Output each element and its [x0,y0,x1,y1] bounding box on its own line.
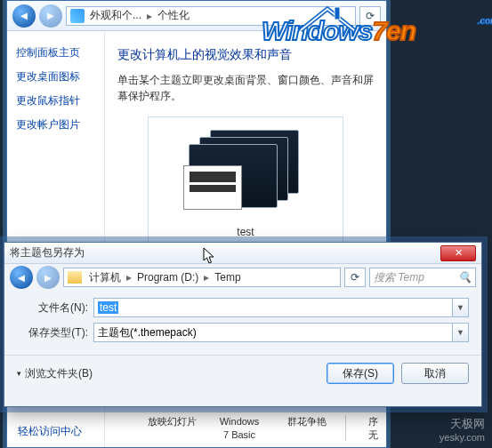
save-as-dialog: 将主题包另存为 ✕ ◄ ► 计算机 ▸ Program (D:) ▸ Temp … [4,242,482,407]
nav-back-button[interactable]: ◄ [12,4,36,28]
sidebar-change-account-picture[interactable]: 更改帐户图片 [16,117,95,132]
theme-name-label: test [157,226,334,238]
dialog-search-input[interactable]: 搜索 Temp 🔍 [369,268,476,287]
dialog-nav-forward[interactable]: ► [36,266,60,289]
path-drive[interactable]: Program (D:) [137,271,198,284]
search-icon: 🔍 [458,271,472,284]
chevron-right-icon: ▸ [126,271,132,284]
sidebar-change-desktop-icons[interactable]: 更改桌面图标 [16,69,95,84]
dialog-title-text: 将主题包另存为 [10,245,85,260]
chevron-down-icon: ▾ [17,369,21,378]
yesky-watermark: 天极网 yesky.com [440,416,485,443]
theme-thumbnail[interactable] [183,130,308,219]
folder-icon [68,271,82,284]
filetype-select[interactable]: 主题包(*.themepack) [93,323,453,342]
breadcrumb-level2[interactable]: 个性化 [157,8,190,23]
path-folder[interactable]: Temp [214,271,240,284]
ease-of-access-link[interactable]: 轻松访问中心 [18,424,82,439]
dialog-address-bar[interactable]: 计算机 ▸ Program (D:) ▸ Temp [63,268,341,287]
screensaver-cell[interactable]: 序无 [355,415,391,441]
search-placeholder: 搜索 Temp [374,270,424,285]
filename-label: 文件名(N): [17,300,88,316]
filetype-label: 保存类型(T): [17,325,88,340]
filetype-dropdown[interactable]: ▼ [453,323,469,342]
refresh-button[interactable]: ⟳ [359,6,381,26]
dialog-nav-back[interactable]: ◄ [10,266,33,289]
cancel-button[interactable]: 取消 [401,363,469,384]
window-color-cell[interactable]: Windows7 Basic [210,415,269,441]
close-button[interactable]: ✕ [440,245,476,261]
slideshow-cell[interactable]: 放映幻灯片 [142,415,201,441]
path-computer[interactable]: 计算机 [89,270,121,285]
page-description: 单击某个主题立即更改桌面背景、窗口颜色、声音和屏幕保护程序。 [117,72,374,104]
filename-input[interactable]: test [93,298,453,317]
browse-folders-toggle[interactable]: ▾ 浏览文件夹(B) [17,366,93,381]
address-bar[interactable]: 外观和个... ▸ 个性化 [66,6,356,26]
sidebar-change-mouse-pointers[interactable]: 更改鼠标指针 [16,93,95,108]
dialog-refresh-button[interactable]: ⟳ [344,268,366,287]
page-heading: 更改计算机上的视觉效果和声音 [117,47,374,63]
personalization-bottom-row: 放映幻灯片 Windows7 Basic 群花争艳 序无 [142,415,391,441]
sidebar-control-panel-home[interactable]: 控制面板主页 [16,45,95,60]
explorer-toolbar: ◄ ► 外观和个... ▸ 个性化 ⟳ [7,1,386,31]
dialog-nav-row: ◄ ► 计算机 ▸ Program (D:) ▸ Temp ⟳ 搜索 Temp … [4,264,481,291]
close-icon: ✕ [455,247,463,259]
dialog-titlebar[interactable]: 将主题包另存为 ✕ [4,243,481,264]
filename-dropdown[interactable]: ▼ [453,298,469,317]
nav-forward-button[interactable]: ► [39,4,62,28]
chevron-right-icon: ▸ [204,271,209,284]
appearance-icon [70,9,85,23]
breadcrumb-level1[interactable]: 外观和个... [90,8,141,23]
chevron-right-icon: ▸ [147,10,152,22]
sounds-cell[interactable]: 群花争艳 [278,415,336,441]
save-button[interactable]: 保存(S) [327,363,394,384]
